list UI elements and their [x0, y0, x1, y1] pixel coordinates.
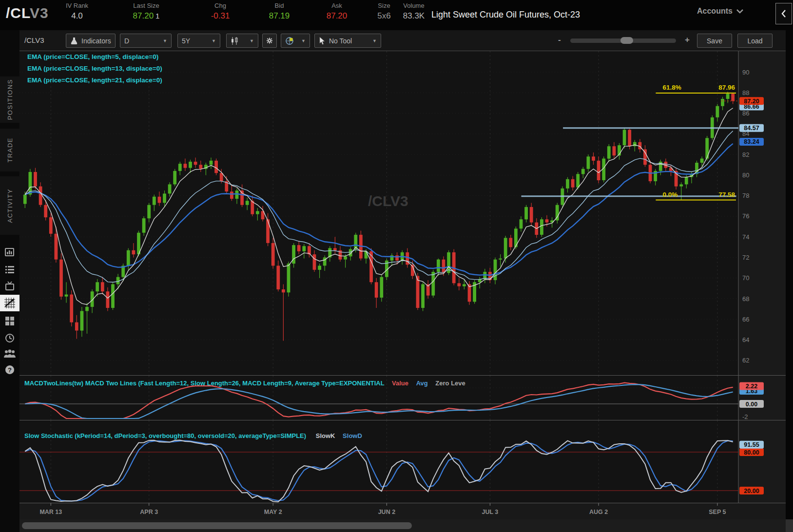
quote-field-chg: Chg-0.31 — [211, 2, 230, 21]
time-axis-label: JUN 2 — [378, 509, 395, 515]
time-axis: MAR 13APR 3MAY 2JUN 2JUL 3AUG 2SEP 5 — [19, 503, 793, 519]
drawing-tool-icon — [285, 37, 294, 45]
chevron-left-icon — [781, 9, 787, 18]
chart-type-dropdown[interactable]: ▼ — [226, 34, 258, 48]
studies-icon — [70, 37, 78, 45]
chevron-down-icon — [736, 9, 743, 14]
timeframe-label: D — [124, 37, 129, 45]
time-axis-label: SEP 5 — [709, 509, 726, 515]
accounts-dropdown[interactable]: Accounts — [697, 7, 743, 16]
toolbar-symbol-label: /CLV3 — [24, 36, 44, 44]
indicators-button[interactable]: Indicators — [66, 34, 116, 48]
svg-text:0.00: 0.00 — [746, 401, 757, 408]
price-chart-panel: 626466687072747678808284868890/CLV361.8%… — [19, 51, 793, 375]
chart-watermark: /CLV3 — [368, 193, 408, 209]
active-tool-label: No Tool — [329, 37, 352, 45]
svg-text:2.22: 2.22 — [746, 383, 757, 390]
save-label: Save — [707, 37, 722, 45]
accounts-label: Accounts — [697, 7, 733, 16]
horizontal-scrollbar[interactable] — [19, 519, 793, 532]
load-button[interactable]: Load — [737, 34, 773, 48]
svg-text:?: ? — [8, 366, 12, 374]
sidebar-tab-activity[interactable]: ACTIVITY — [0, 176, 19, 235]
stochastic-chart: 80.0020.0091.55 — [19, 420, 793, 503]
chevron-down-icon: ▼ — [250, 38, 254, 43]
left-sidebar: POSITIONSTRADEACTIVITY? — [0, 30, 19, 532]
zoom-out-button[interactable]: - — [558, 35, 561, 45]
app-root: /CLV3 IV Rank4.0Last Size87.201Chg-0.31B… — [0, 0, 793, 532]
svg-text:88: 88 — [742, 89, 749, 96]
range-dropdown[interactable]: 5Y▼ — [177, 34, 220, 48]
quote-field-volume: Volume83.3K — [403, 2, 425, 21]
candlestick-icon — [231, 37, 239, 45]
svg-text:20.00: 20.00 — [744, 488, 759, 494]
indicators-label: Indicators — [81, 37, 111, 45]
gear-icon — [267, 37, 272, 45]
chevron-down-icon: ▼ — [301, 38, 306, 43]
grid-icon[interactable] — [0, 314, 19, 328]
svg-text:62: 62 — [742, 357, 749, 364]
svg-text:0.0%: 0.0% — [662, 191, 677, 198]
axis-badge: 83.24 — [739, 138, 764, 146]
chart-settings-button[interactable] — [262, 34, 277, 48]
quote-field-iv-rank: IV Rank4.0 — [66, 2, 88, 21]
sidebar-tab-trade[interactable]: TRADE — [0, 129, 19, 171]
timeframe-dropdown[interactable]: D▼ — [120, 34, 172, 48]
svg-text:82: 82 — [742, 151, 749, 158]
svg-text:77.58: 77.58 — [718, 191, 735, 198]
tv-icon[interactable] — [0, 279, 19, 293]
time-axis-label: JUL 3 — [482, 509, 498, 515]
quote-field-ask: Ask87.20 — [327, 2, 348, 21]
time-axis-label: AUG 2 — [589, 509, 608, 515]
time-axis-label: APR 3 — [140, 509, 158, 515]
axis-badge: 84.57 — [739, 124, 764, 132]
horizontal-scrollbar-thumb[interactable] — [22, 522, 412, 529]
drawing-set-dropdown[interactable]: ▼ — [281, 34, 310, 48]
axis-badge: 20.00 — [739, 487, 764, 494]
macd-panel: 2-21.630.002.22 MACDTwoLines(tw) MACD Tw… — [19, 375, 793, 420]
svg-text:76: 76 — [742, 212, 749, 220]
price-chart: 626466687072747678808284868890/CLV361.8%… — [19, 51, 793, 375]
svg-text:61.8%: 61.8% — [662, 84, 681, 91]
quote-field-size: Size5x6 — [377, 2, 390, 21]
time-axis-labels: MAR 13APR 3MAY 2JUN 2JUL 3AUG 2SEP 5 — [19, 503, 793, 519]
quote-field-bid: Bid87.19 — [269, 2, 290, 21]
svg-text:84.57: 84.57 — [744, 125, 759, 132]
chart-toolbar: /CLV3 Indicators D▼ 5Y▼ ▼ ▼ No Tool▼ - +… — [19, 30, 793, 51]
macd-chart: 2-21.630.002.22 — [19, 376, 793, 420]
sidebar-tab-positions[interactable]: POSITIONS — [0, 76, 19, 123]
svg-text:80: 80 — [742, 171, 749, 179]
news-icon[interactable] — [0, 245, 19, 260]
chart-icon[interactable] — [0, 295, 19, 311]
zoom-slider-thumb[interactable] — [620, 37, 633, 44]
stochastic-panel: 80.0020.0091.55 Slow Stochastic (kPeriod… — [19, 420, 793, 503]
history-icon[interactable] — [0, 331, 19, 345]
svg-text:68: 68 — [742, 295, 749, 303]
svg-text:72: 72 — [742, 254, 749, 261]
active-tool-dropdown[interactable]: No Tool▼ — [314, 34, 381, 48]
save-button[interactable]: Save — [697, 34, 732, 48]
scrollbar-corner — [786, 519, 793, 532]
axis-badge: 91.55 — [739, 441, 764, 449]
collapse-panel-button[interactable] — [775, 3, 792, 24]
instrument-description: Light Sweet Crude Oil Futures, Oct-23 — [431, 10, 580, 20]
quote-field-last-size: Last Size87.201 — [133, 2, 160, 21]
svg-text:70: 70 — [742, 274, 749, 282]
axis-badge: 80.00 — [739, 448, 764, 456]
community-icon[interactable] — [0, 346, 19, 361]
time-axis-label: MAY 2 — [264, 509, 282, 515]
range-label: 5Y — [182, 37, 190, 45]
help-icon[interactable]: ? — [0, 362, 19, 377]
svg-text:80.00: 80.00 — [744, 449, 759, 456]
chevron-down-icon: ▼ — [212, 38, 216, 43]
svg-text:90: 90 — [742, 69, 749, 76]
load-label: Load — [747, 37, 762, 45]
zoom-in-button[interactable]: + — [685, 35, 690, 45]
watchlist-icon[interactable] — [0, 262, 19, 277]
axis-badge: 0.00 — [739, 400, 764, 408]
svg-text:74: 74 — [742, 233, 749, 241]
axis-badge: 2.22 — [739, 382, 764, 390]
svg-text:87.96: 87.96 — [718, 84, 735, 91]
zoom-slider[interactable] — [570, 38, 676, 43]
collapsed-right-panel — [786, 30, 793, 519]
